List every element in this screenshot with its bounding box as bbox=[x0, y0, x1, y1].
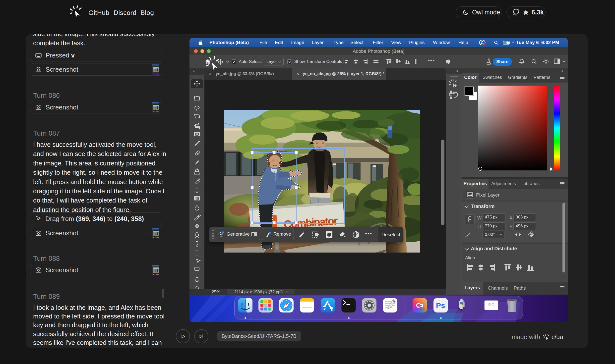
svg-text:Ps: Ps bbox=[436, 301, 445, 310]
